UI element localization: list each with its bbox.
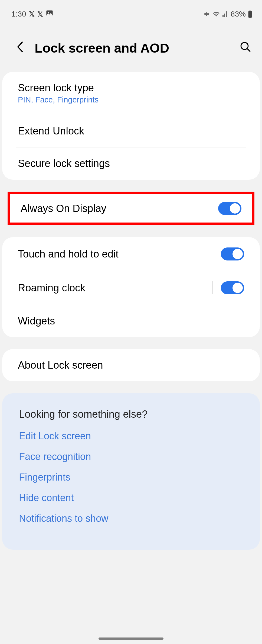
row-title: Secure lock settings [18, 158, 110, 169]
security-group: Screen lock type PIN, Face, Fingerprints… [2, 72, 260, 180]
mute-icon [204, 11, 211, 18]
svg-line-5 [247, 49, 250, 52]
suggestions-card: Looking for something else? Edit Lock sc… [2, 393, 260, 550]
row-title: About Lock screen [18, 359, 103, 371]
row-title: Touch and hold to edit [18, 248, 119, 260]
roaming-clock-row[interactable]: Roaming clock [2, 271, 260, 305]
home-indicator[interactable] [99, 637, 163, 640]
divider [212, 281, 213, 294]
suggestion-hide-content[interactable]: Hide content [19, 492, 243, 504]
status-bar-right: 83% [204, 10, 252, 18]
row-title: Always On Display [21, 203, 106, 214]
svg-rect-3 [249, 11, 251, 11]
battery-icon [248, 11, 252, 18]
battery-percentage: 83% [231, 10, 246, 18]
wifi-icon [213, 11, 220, 18]
suggestions-title: Looking for something else? [19, 408, 243, 420]
widgets-row[interactable]: Widgets [2, 305, 260, 337]
always-on-display-row[interactable]: Always On Display [10, 194, 252, 223]
row-title: Roaming clock [18, 282, 85, 294]
suggestion-fingerprints[interactable]: Fingerprints [19, 472, 243, 483]
status-bar-left: 1:30 𝕏 𝕏 [11, 9, 53, 19]
touch-hold-toggle[interactable] [221, 247, 244, 260]
about-group: About Lock screen [2, 349, 260, 381]
x-app-icon-2: 𝕏 [37, 10, 43, 18]
picture-icon [46, 9, 53, 19]
row-title: Widgets [18, 315, 55, 327]
extend-unlock-row[interactable]: Extend Unlock [2, 115, 260, 147]
search-button[interactable] [240, 41, 251, 55]
x-app-icon: 𝕏 [29, 10, 35, 18]
secure-lock-settings-row[interactable]: Secure lock settings [2, 147, 260, 180]
signal-icon [222, 11, 228, 17]
customization-group: Touch and hold to edit Roaming clock Wid… [2, 237, 260, 337]
row-title: Screen lock type [18, 82, 99, 94]
roaming-clock-toggle[interactable] [221, 281, 244, 294]
divider [210, 202, 210, 215]
page-title: Lock screen and AOD [35, 41, 229, 56]
suggestion-edit-lock-screen[interactable]: Edit Lock screen [19, 430, 243, 442]
suggestion-notifications[interactable]: Notifications to show [19, 513, 243, 524]
aod-toggle[interactable] [218, 202, 241, 215]
about-lock-screen-row[interactable]: About Lock screen [2, 349, 260, 381]
back-button[interactable] [16, 41, 24, 56]
row-subtitle: PIN, Face, Fingerprints [18, 95, 99, 104]
svg-point-4 [241, 42, 248, 49]
svg-point-1 [48, 12, 49, 13]
page-header: Lock screen and AOD [0, 22, 262, 72]
touch-hold-edit-row[interactable]: Touch and hold to edit [2, 237, 260, 271]
aod-group-highlighted: Always On Display [8, 192, 254, 225]
status-time: 1:30 [11, 10, 26, 18]
svg-rect-2 [248, 11, 252, 18]
status-bar: 1:30 𝕏 𝕏 83% [0, 0, 262, 22]
row-title: Extend Unlock [18, 125, 84, 137]
suggestion-face-recognition[interactable]: Face recognition [19, 451, 243, 462]
screen-lock-type-row[interactable]: Screen lock type PIN, Face, Fingerprints [2, 72, 260, 115]
